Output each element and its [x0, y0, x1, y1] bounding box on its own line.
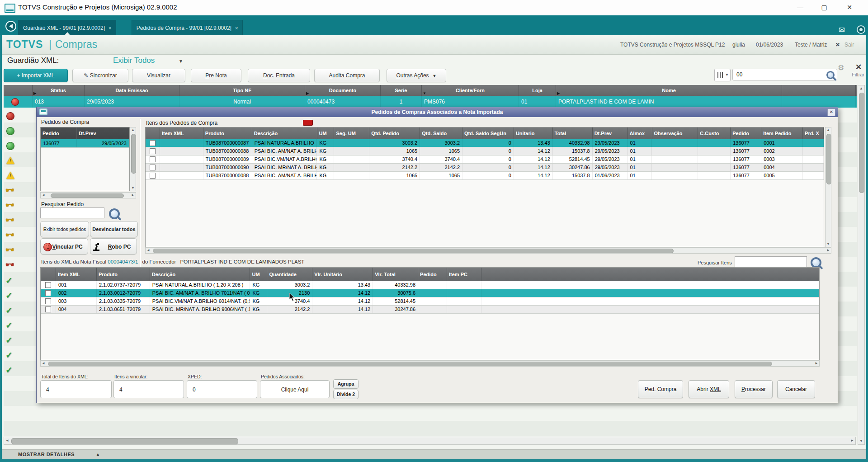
column-header[interactable]: Item Pedido [761, 127, 803, 139]
sincronizar-button[interactable]: ✎ Sincronizar [72, 69, 128, 82]
column-header[interactable]: Documento▶ [305, 85, 381, 96]
column-header[interactable]: Item PC [447, 268, 481, 281]
column-header[interactable]: Item XML [56, 268, 97, 281]
column-header[interactable]: Vlr. Total [373, 268, 418, 281]
abrir-xml-button[interactable]: Abrir XML [689, 380, 729, 398]
row-checkbox[interactable] [150, 165, 156, 170]
table-row[interactable]: TUB087000000087PSAI NATURAL A.BRILHOKG30… [146, 139, 824, 147]
column-header[interactable]: Vlr. Unitário [312, 268, 373, 281]
column-header[interactable] [41, 268, 56, 281]
pesquisar-pedido-search-icon[interactable] [109, 208, 120, 219]
clique-aqui-button[interactable]: Clique Aqui [260, 380, 330, 398]
minimize-button[interactable]: — [790, 0, 811, 15]
table-row[interactable]: TUB087000000088PSAI BIC. AM/NAT A. BRILH… [146, 172, 824, 180]
tab-guardiao-xml[interactable]: Guardiao XML - 99/01 [02.9.0002]× [18, 20, 116, 36]
itens-hscrollbar[interactable]: ◄► [145, 247, 831, 254]
table-row[interactable]: TUB087000000089PSAI BIC.VM/NAT A.BRILHOK… [146, 156, 824, 164]
column-header[interactable]: Total [553, 127, 593, 139]
row-checkbox[interactable] [45, 282, 51, 288]
doc-entrada-button[interactable]: Doc. Entrada [248, 69, 310, 82]
column-header[interactable]: Pedido [731, 127, 761, 139]
processar-button[interactable]: Processar [735, 380, 773, 398]
column-header[interactable]: UM [250, 268, 267, 281]
column-header[interactable]: Prd. X [803, 127, 824, 139]
logout-x-icon[interactable]: ✕ [835, 42, 840, 48]
column-header[interactable]: Serie [381, 85, 422, 96]
pedidos-hscrollbar[interactable]: ◄► [40, 192, 136, 198]
dialog-close-button[interactable]: ✕ [827, 108, 835, 116]
column-header[interactable]: Qtd. Saldo SegUn [462, 127, 514, 139]
table-row[interactable]: TUB087000000088PSAI BIC. AM/NAT A. BRILH… [146, 147, 824, 156]
gear-icon[interactable]: ⚙ [838, 63, 844, 72]
column-header[interactable]: Quantidade [267, 268, 312, 281]
table-row[interactable]: 0012.1.02.0737-72079PSAI NATURAL A.BRILH… [41, 281, 819, 289]
column-header[interactable]: Dt.Prev [77, 127, 129, 139]
tab-close-icon[interactable]: × [235, 25, 238, 31]
column-header[interactable]: Tipo NF [179, 85, 305, 96]
desvincular-todos-button[interactable]: Desvincular todos [90, 221, 138, 237]
xml-hscrollbar[interactable]: ◄► [40, 360, 820, 367]
grid-search-input[interactable] [732, 69, 837, 80]
exibir-todos-pedidos-button[interactable]: Exibir todos pedidos [40, 221, 89, 237]
cancelar-button[interactable]: Cancelar [777, 380, 815, 398]
column-header[interactable] [782, 85, 856, 96]
outras-acoes-button[interactable]: Outras Ações▼ [387, 69, 446, 82]
column-header[interactable] [481, 268, 819, 281]
itens-vscrollbar[interactable]: ▲▼ [825, 127, 831, 247]
mostrar-detalhes-label[interactable]: MOSTRAR DETALHES [18, 452, 75, 457]
tab-pedidos-compra[interactable]: Pedidos de Compra - 99/01 [02.9.0002]× [132, 20, 243, 36]
column-header[interactable]: Seg. UM [334, 127, 369, 139]
importar-xml-button[interactable]: + Importar XML [4, 69, 68, 82]
column-header[interactable]: Nome▶ [556, 85, 782, 96]
row-checkbox[interactable] [150, 148, 156, 154]
visualizar-button[interactable]: Visualizar [132, 69, 185, 82]
row-checkbox[interactable] [45, 298, 51, 304]
pesquisar-itens-input[interactable] [735, 256, 807, 267]
table-row[interactable]: 13607729/05/2023 [41, 139, 129, 148]
agrupa-button[interactable]: Agrupa [333, 379, 359, 389]
nav-logo-icon[interactable] [5, 21, 16, 32]
audita-compra-button[interactable]: Audita Compra [314, 69, 380, 82]
column-header[interactable]: Pedido [41, 127, 77, 139]
dialog-titlebar[interactable]: Pedidos de Compras Associados a Nota Imp… [37, 107, 838, 117]
vincular-pc-button[interactable]: Vincular PC [40, 238, 88, 255]
xml-nf-number[interactable]: 000040473/1 [108, 259, 138, 264]
table-row[interactable]: 0022.1.03.0012-72079PSAI BIC. AM/NAT A. … [41, 289, 819, 297]
column-header[interactable]: C.Custo [698, 127, 731, 139]
table-row[interactable]: 01329/05/2023Normal0000404731PMS07601POR… [4, 96, 857, 108]
filter-caret-icon[interactable]: ▼ [179, 59, 183, 64]
page-close-icon[interactable]: ✕ [855, 62, 862, 72]
column-header[interactable]: Descrição [150, 268, 250, 281]
table-row[interactable]: 0042.1.03.0651-72079PSAI BIC. MR/NAT A. … [41, 306, 819, 314]
status-bar[interactable]: MOSTRAR DETALHES ▲ [0, 449, 868, 460]
main-vscrollbar[interactable]: ▲▼ [858, 85, 865, 445]
column-header[interactable]: Produto [97, 268, 150, 281]
column-header[interactable]: Item XML [160, 127, 203, 139]
column-header[interactable]: Cliente/Forn▼ [422, 85, 519, 96]
table-row[interactable]: TUB087000000090PSAI BIC. MR/NAT A. BRILH… [146, 164, 824, 172]
row-checkbox[interactable] [150, 173, 156, 179]
column-header[interactable]: Descrição [252, 127, 317, 139]
table-row[interactable]: 0032.1.03.0335-72079PSAI BIC.VM/NAT A.BR… [41, 297, 819, 306]
maximize-button[interactable]: ▢ [814, 0, 835, 15]
pesquisar-itens-search-icon[interactable] [811, 257, 821, 268]
search-icon[interactable] [826, 71, 835, 79]
divide-2-button[interactable]: Divide 2 [333, 390, 359, 399]
column-header[interactable] [4, 85, 33, 96]
tab-close-icon[interactable]: × [108, 25, 111, 31]
column-header[interactable]: Unitario [514, 127, 553, 139]
robo-pc-button[interactable]: Robo PC [90, 238, 137, 255]
logout-link[interactable]: Sair [844, 42, 854, 48]
column-header[interactable]: Pedido [418, 268, 447, 281]
row-checkbox[interactable] [150, 140, 156, 146]
row-checkbox[interactable] [150, 156, 156, 162]
ped-compra-button[interactable]: Ped. Compra [638, 380, 683, 398]
help-icon[interactable] [857, 25, 865, 34]
mail-icon[interactable]: ✉ [839, 25, 845, 34]
filter-dropdown[interactable]: Exibir Todos [113, 56, 155, 65]
column-header[interactable] [146, 127, 160, 139]
column-header[interactable]: Data Emissao [85, 85, 179, 96]
row-checkbox[interactable] [45, 290, 51, 296]
close-window-button[interactable]: ✕ [839, 0, 860, 15]
pre-nota-button[interactable]: Pre Nota [191, 69, 241, 82]
